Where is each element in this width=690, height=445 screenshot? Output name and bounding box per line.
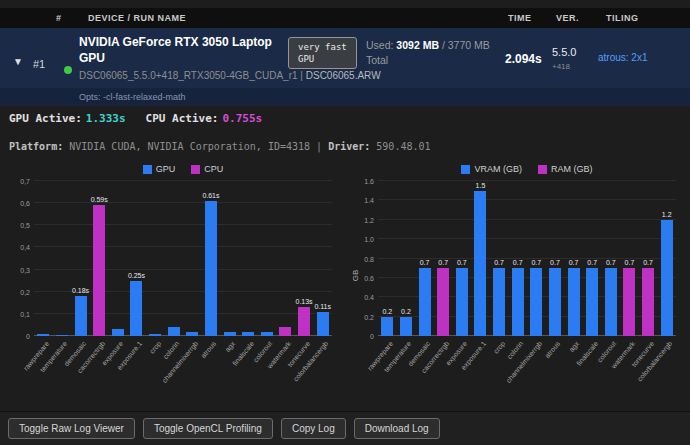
copy-log-button[interactable]: Copy Log — [281, 418, 346, 439]
y-tick-label: 0,1 — [6, 311, 30, 318]
opts-strip: Opts: -cl-fast-relaxed-math — [0, 88, 690, 106]
bar-value-label: 0.7 — [643, 259, 653, 266]
x-tick-label: colorbalancergb — [292, 340, 329, 383]
table-header: # DEVICE / RUN NAME TIME VER. TILING — [0, 8, 690, 28]
x-tick-label: crop — [148, 340, 162, 355]
chart-bar — [549, 268, 561, 336]
device-name: NVIDIA GeForce RTX 3050 Laptop GPU — [79, 35, 284, 66]
y-tick-label: 0.6 — [350, 275, 374, 282]
memory-used: Used: 3092 MB / 3770 MB Total — [366, 38, 490, 67]
chart-bar — [381, 317, 393, 336]
chart-bar — [400, 317, 412, 336]
chart-bar — [56, 335, 68, 336]
y-tick-label: 1.2 — [350, 217, 374, 224]
chart-legend: GPUCPU — [34, 164, 332, 174]
badge-rating: very fast — [298, 41, 347, 53]
x-tick-label: agx — [568, 340, 581, 353]
bar-value-label: 0.7 — [569, 259, 579, 266]
chart-plot: rawpreparetemperaturedemosaiccacorrectrg… — [34, 181, 332, 336]
bar-value-label: 0.7 — [420, 259, 430, 266]
used-total-value: / 3770 MB — [442, 39, 490, 51]
chart-bar — [605, 268, 617, 336]
y-tick-label: 0.4 — [350, 294, 374, 301]
platform-divider: | — [316, 141, 322, 152]
chart-bar — [37, 334, 49, 336]
bar-value-label: 0.7 — [606, 259, 616, 266]
chart-bar — [530, 268, 542, 336]
toggle-raw-log-button[interactable]: Toggle Raw Log Viewer — [8, 418, 135, 439]
chart-plot: rawpreparetemperaturedemosaiccacorrectrg… — [378, 181, 676, 336]
y-tick-label: 0,4 — [6, 244, 30, 251]
module-memory-chart: VRAM (GB)RAM (GB) GB rawpreparetemperatu… — [350, 164, 682, 396]
gpu-active-label: GPU Active: — [9, 112, 82, 125]
expand-row-icon[interactable]: ▼ — [13, 56, 23, 67]
x-axis-labels: rawpreparetemperaturedemosaiccacorrectrg… — [34, 338, 332, 396]
y-tick-label: 1.6 — [350, 178, 374, 185]
column-header-time: TIME — [508, 8, 532, 28]
legend-swatch-icon — [143, 165, 152, 174]
bar-value-label: 0.7 — [531, 259, 541, 266]
bar-value-label: 0.2 — [382, 308, 392, 315]
chart-bar — [419, 268, 431, 336]
chart-bar — [437, 268, 449, 336]
speed-rating-badge: very fast GPU — [288, 37, 357, 69]
chart-bar — [642, 268, 654, 336]
y-tick-label: 0,7 — [6, 178, 30, 185]
download-log-button[interactable]: Download Log — [354, 418, 440, 439]
legend-swatch-icon — [191, 165, 200, 174]
legend-swatch-icon — [538, 165, 547, 174]
bar-value-label: 0.7 — [513, 259, 523, 266]
chart-bar — [75, 296, 87, 336]
x-tick-label: agx — [224, 340, 237, 353]
y-tick-label: 0,6 — [6, 200, 30, 207]
table-row[interactable]: ▼ #1 NVIDIA GeForce RTX 3050 Laptop GPU … — [0, 28, 690, 106]
bar-value-label: 0.7 — [550, 259, 560, 266]
y-tick-label: 0,5 — [6, 222, 30, 229]
column-header-device: DEVICE / RUN NAME — [88, 8, 186, 28]
chart-bar — [224, 332, 236, 336]
bar-value-label: 0.7 — [457, 259, 467, 266]
chart-bar — [112, 329, 124, 336]
used-label: Used: — [366, 39, 393, 51]
toggle-opencl-profiling-button[interactable]: Toggle OpenCL Profiling — [143, 418, 273, 439]
row-index: #1 — [33, 58, 45, 70]
tiling-info: atrous: 2x1 — [598, 52, 647, 63]
bar-value-label: 0.59s — [91, 196, 108, 203]
driver-value: 590.48.01 — [376, 141, 430, 152]
bar-value-label: 0.25s — [128, 272, 145, 279]
bar-value-label: 0.7 — [438, 259, 448, 266]
chart-legend: VRAM (GB)RAM (GB) — [378, 164, 676, 174]
bar-value-label: 0.2 — [401, 308, 411, 315]
run-name: DSC06065_5.5.0+418_RTX3050-4GB_CUDA_r1 |… — [79, 70, 381, 81]
column-header-index: # — [56, 8, 62, 28]
x-axis-labels: rawpreparetemperaturedemosaiccacorrectrg… — [378, 338, 676, 396]
y-tick-label: 1.0 — [350, 236, 374, 243]
legend-item: CPU — [191, 164, 223, 174]
bar-value-label: 1.2 — [662, 211, 672, 218]
raw-file-name: DSC06065.ARW — [306, 70, 381, 81]
chart-bar — [474, 191, 486, 336]
footer-toolbar: Toggle Raw Log Viewer Toggle OpenCL Prof… — [0, 411, 690, 445]
platform-line: Platform: NVIDIA CUDA, NVIDIA Corporatio… — [9, 141, 431, 152]
legend-item: VRAM (GB) — [461, 164, 522, 174]
charts-section: GPUCPU rawpreparetemperaturedemosaiccaco… — [6, 164, 682, 396]
bar-value-label: 0.7 — [494, 259, 504, 266]
benchmark-app: # DEVICE / RUN NAME TIME VER. TILING ▼ #… — [0, 0, 690, 445]
chart-bar — [130, 281, 142, 336]
chart-bar — [493, 268, 505, 336]
y-tick-label: 1.4 — [350, 197, 374, 204]
run-name-separator: | — [300, 70, 303, 81]
version-build: +418 — [552, 62, 570, 71]
badge-type: GPU — [298, 53, 347, 65]
y-tick-label: 0.8 — [350, 256, 374, 263]
bar-value-label: 0.18s — [72, 287, 89, 294]
chart-bar — [186, 332, 198, 336]
used-value: 3092 MB — [396, 39, 439, 51]
y-tick-label: 0,2 — [6, 289, 30, 296]
x-tick-label: atrous — [200, 340, 218, 359]
chart-bar — [279, 327, 291, 336]
legend-item: GPU — [143, 164, 176, 174]
y-tick-label: 0,3 — [6, 267, 30, 274]
chart-bar — [261, 332, 273, 336]
y-tick-label: 0.2 — [350, 314, 374, 321]
